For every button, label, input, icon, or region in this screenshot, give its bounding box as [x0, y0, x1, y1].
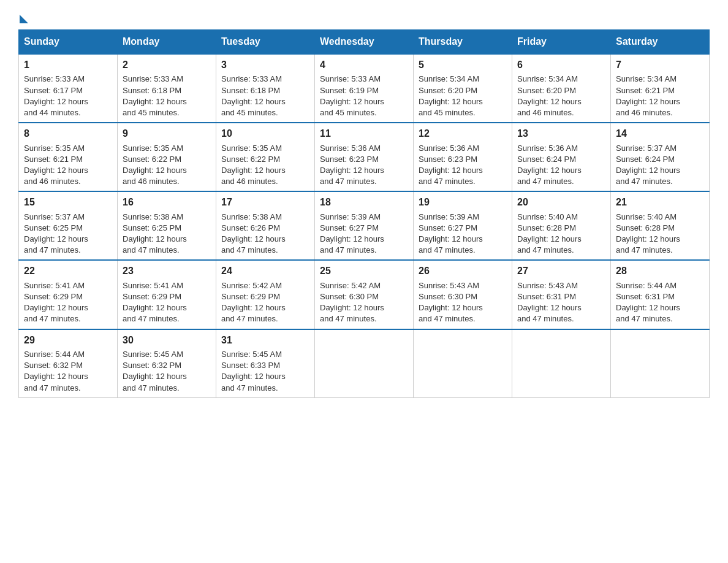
- calendar-cell: 30 Sunrise: 5:45 AMSunset: 6:32 PMDaylig…: [118, 329, 216, 398]
- day-number: 31: [221, 334, 309, 347]
- calendar-cell: 18 Sunrise: 5:39 AMSunset: 6:27 PMDaylig…: [315, 191, 414, 260]
- calendar-week-row: 15 Sunrise: 5:37 AMSunset: 6:25 PMDaylig…: [19, 191, 710, 260]
- day-info: Sunrise: 5:33 AMSunset: 6:19 PMDaylight:…: [320, 74, 384, 117]
- day-number: 30: [123, 334, 211, 347]
- day-number: 11: [320, 127, 408, 140]
- day-number: 19: [419, 196, 507, 209]
- day-number: 18: [320, 196, 408, 209]
- calendar-cell: 7 Sunrise: 5:34 AMSunset: 6:21 PMDayligh…: [611, 54, 710, 123]
- calendar-cell: 31 Sunrise: 5:45 AMSunset: 6:33 PMDaylig…: [216, 329, 315, 398]
- day-info: Sunrise: 5:42 AMSunset: 6:29 PMDaylight:…: [221, 281, 286, 324]
- day-info: Sunrise: 5:36 AMSunset: 6:24 PMDaylight:…: [517, 144, 582, 186]
- calendar-cell: 23 Sunrise: 5:41 AMSunset: 6:29 PMDaylig…: [118, 260, 216, 329]
- day-info: Sunrise: 5:43 AMSunset: 6:30 PMDaylight:…: [419, 281, 483, 324]
- calendar-cell: 26 Sunrise: 5:43 AMSunset: 6:30 PMDaylig…: [414, 260, 512, 329]
- day-info: Sunrise: 5:37 AMSunset: 6:24 PMDaylight:…: [616, 144, 680, 186]
- calendar-cell: 25 Sunrise: 5:42 AMSunset: 6:30 PMDaylig…: [315, 260, 414, 329]
- calendar-cell: 22 Sunrise: 5:41 AMSunset: 6:29 PMDaylig…: [19, 260, 118, 329]
- day-number: 28: [616, 264, 704, 278]
- day-info: Sunrise: 5:35 AMSunset: 6:22 PMDaylight:…: [123, 144, 187, 186]
- day-info: Sunrise: 5:36 AMSunset: 6:23 PMDaylight:…: [320, 144, 384, 186]
- day-info: Sunrise: 5:41 AMSunset: 6:29 PMDaylight:…: [24, 281, 88, 324]
- day-info: Sunrise: 5:39 AMSunset: 6:27 PMDaylight:…: [419, 212, 483, 255]
- day-number: 5: [419, 58, 507, 72]
- day-number: 8: [24, 127, 112, 140]
- calendar-cell: 28 Sunrise: 5:44 AMSunset: 6:31 PMDaylig…: [611, 260, 710, 329]
- day-number: 3: [221, 58, 309, 72]
- page-header: [18, 12, 710, 23]
- day-info: Sunrise: 5:34 AMSunset: 6:20 PMDaylight:…: [419, 74, 483, 117]
- day-number: 23: [123, 264, 211, 278]
- day-info: Sunrise: 5:44 AMSunset: 6:32 PMDaylight:…: [24, 350, 88, 393]
- day-number: 24: [221, 264, 309, 278]
- day-info: Sunrise: 5:34 AMSunset: 6:20 PMDaylight:…: [517, 74, 582, 117]
- calendar-cell: 6 Sunrise: 5:34 AMSunset: 6:20 PMDayligh…: [512, 54, 611, 123]
- day-number: 14: [616, 127, 704, 140]
- calendar-cell: 8 Sunrise: 5:35 AMSunset: 6:21 PMDayligh…: [19, 123, 118, 191]
- day-number: 21: [616, 196, 704, 209]
- calendar-cell: [512, 329, 611, 398]
- calendar-week-row: 1 Sunrise: 5:33 AMSunset: 6:17 PMDayligh…: [19, 54, 710, 123]
- day-info: Sunrise: 5:44 AMSunset: 6:31 PMDaylight:…: [616, 281, 680, 324]
- calendar-cell: 16 Sunrise: 5:38 AMSunset: 6:25 PMDaylig…: [118, 191, 216, 260]
- day-header-friday: Friday: [512, 30, 611, 55]
- calendar-cell: [414, 329, 512, 398]
- day-info: Sunrise: 5:41 AMSunset: 6:29 PMDaylight:…: [123, 281, 187, 324]
- calendar-cell: 29 Sunrise: 5:44 AMSunset: 6:32 PMDaylig…: [19, 329, 118, 398]
- calendar-cell: 5 Sunrise: 5:34 AMSunset: 6:20 PMDayligh…: [414, 54, 512, 123]
- calendar-header-row: SundayMondayTuesdayWednesdayThursdayFrid…: [19, 30, 710, 55]
- day-info: Sunrise: 5:36 AMSunset: 6:23 PMDaylight:…: [419, 144, 483, 186]
- calendar-cell: 3 Sunrise: 5:33 AMSunset: 6:18 PMDayligh…: [216, 54, 315, 123]
- day-number: 25: [320, 264, 408, 278]
- day-info: Sunrise: 5:37 AMSunset: 6:25 PMDaylight:…: [24, 212, 88, 255]
- calendar-cell: 12 Sunrise: 5:36 AMSunset: 6:23 PMDaylig…: [414, 123, 512, 191]
- calendar-cell: [315, 329, 414, 398]
- calendar-cell: 24 Sunrise: 5:42 AMSunset: 6:29 PMDaylig…: [216, 260, 315, 329]
- logo-text: [18, 12, 28, 23]
- calendar-cell: 27 Sunrise: 5:43 AMSunset: 6:31 PMDaylig…: [512, 260, 611, 329]
- calendar-cell: 17 Sunrise: 5:38 AMSunset: 6:26 PMDaylig…: [216, 191, 315, 260]
- day-number: 12: [419, 127, 507, 140]
- day-info: Sunrise: 5:33 AMSunset: 6:17 PMDaylight:…: [24, 74, 88, 117]
- day-info: Sunrise: 5:38 AMSunset: 6:25 PMDaylight:…: [123, 212, 187, 255]
- day-info: Sunrise: 5:45 AMSunset: 6:32 PMDaylight:…: [123, 350, 187, 393]
- calendar-cell: 15 Sunrise: 5:37 AMSunset: 6:25 PMDaylig…: [19, 191, 118, 260]
- calendar-cell: 14 Sunrise: 5:37 AMSunset: 6:24 PMDaylig…: [611, 123, 710, 191]
- day-number: 27: [517, 264, 605, 278]
- day-info: Sunrise: 5:35 AMSunset: 6:21 PMDaylight:…: [24, 144, 88, 186]
- day-number: 1: [24, 58, 112, 72]
- logo: [18, 12, 28, 23]
- calendar-week-row: 29 Sunrise: 5:44 AMSunset: 6:32 PMDaylig…: [19, 329, 710, 398]
- day-number: 20: [517, 196, 605, 209]
- day-info: Sunrise: 5:40 AMSunset: 6:28 PMDaylight:…: [517, 212, 582, 255]
- day-info: Sunrise: 5:45 AMSunset: 6:33 PMDaylight:…: [221, 350, 286, 393]
- calendar-cell: 13 Sunrise: 5:36 AMSunset: 6:24 PMDaylig…: [512, 123, 611, 191]
- day-info: Sunrise: 5:33 AMSunset: 6:18 PMDaylight:…: [221, 74, 286, 117]
- day-info: Sunrise: 5:42 AMSunset: 6:30 PMDaylight:…: [320, 281, 384, 324]
- calendar-week-row: 22 Sunrise: 5:41 AMSunset: 6:29 PMDaylig…: [19, 260, 710, 329]
- calendar-cell: 2 Sunrise: 5:33 AMSunset: 6:18 PMDayligh…: [118, 54, 216, 123]
- day-header-thursday: Thursday: [414, 30, 512, 55]
- day-number: 16: [123, 196, 211, 209]
- day-number: 6: [517, 58, 605, 72]
- day-number: 9: [123, 127, 211, 140]
- day-info: Sunrise: 5:39 AMSunset: 6:27 PMDaylight:…: [320, 212, 384, 255]
- day-header-tuesday: Tuesday: [216, 30, 315, 55]
- day-header-wednesday: Wednesday: [315, 30, 414, 55]
- day-number: 22: [24, 264, 112, 278]
- calendar-cell: 9 Sunrise: 5:35 AMSunset: 6:22 PMDayligh…: [118, 123, 216, 191]
- day-info: Sunrise: 5:33 AMSunset: 6:18 PMDaylight:…: [123, 74, 187, 117]
- day-info: Sunrise: 5:43 AMSunset: 6:31 PMDaylight:…: [517, 281, 582, 324]
- day-header-sunday: Sunday: [19, 30, 118, 55]
- day-info: Sunrise: 5:35 AMSunset: 6:22 PMDaylight:…: [221, 144, 286, 186]
- day-header-saturday: Saturday: [611, 30, 710, 55]
- calendar-table: SundayMondayTuesdayWednesdayThursdayFrid…: [18, 29, 710, 398]
- calendar-cell: 20 Sunrise: 5:40 AMSunset: 6:28 PMDaylig…: [512, 191, 611, 260]
- day-number: 4: [320, 58, 408, 72]
- calendar-cell: [611, 329, 710, 398]
- day-info: Sunrise: 5:38 AMSunset: 6:26 PMDaylight:…: [221, 212, 286, 255]
- day-info: Sunrise: 5:40 AMSunset: 6:28 PMDaylight:…: [616, 212, 680, 255]
- day-number: 26: [419, 264, 507, 278]
- day-number: 17: [221, 196, 309, 209]
- day-number: 29: [24, 334, 112, 347]
